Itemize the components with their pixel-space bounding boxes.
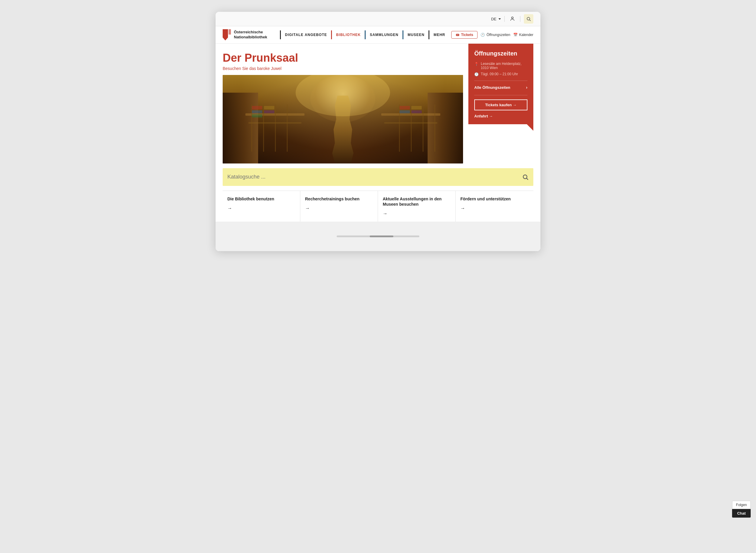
quick-links: Die Bibliothek benutzen → Recherchetrain…	[223, 190, 533, 222]
oh-divider	[474, 81, 528, 81]
oh-location: 📍 Lesesäle am Heldenplatz, 1010 Wien	[474, 62, 528, 70]
nav-item-sammlungen[interactable]: SAMMLUNGEN	[365, 30, 403, 39]
logo-text: Österreichische Nationalbibliothek	[234, 30, 267, 40]
opening-hours-panel: Öffnungszeiten 📍 Lesesäle am Heldenplatz…	[468, 44, 533, 124]
top-bar: DE	[216, 12, 540, 26]
arrow-icon: →	[227, 206, 295, 211]
hero-left: Der Prunksaal Besuchen Sie das baroke Ju…	[223, 44, 463, 163]
nav-item-mehr[interactable]: MEHR	[428, 30, 449, 39]
chat-button[interactable]: Chat	[732, 509, 751, 518]
quick-link-title: Aktuelle Ausstellungen in den Museen bes…	[383, 196, 451, 207]
hero-section: Der Prunksaal Besuchen Sie das baroke Ju…	[216, 44, 540, 163]
hero-image	[223, 75, 463, 163]
kalender-link[interactable]: 📅 Kalender	[513, 33, 533, 37]
header-actions: 🎟 Tickets 🕐 Öffnungszeiten 📅 Kalender	[451, 31, 533, 38]
hero-title: Der Prunksaal	[223, 52, 463, 64]
svg-marker-4	[223, 37, 228, 41]
main-nav: DIGITALE ANGEBOTE BIBLIOTHEK SAMMLUNGEN …	[280, 30, 451, 39]
nav-item-bibliothek[interactable]: BIBLIOTHEK	[331, 30, 365, 39]
bottom-scroll-area	[216, 222, 540, 251]
search-submit-button[interactable]	[522, 174, 529, 180]
logo-area: Österreichische Nationalbibliothek	[223, 29, 273, 41]
header: Österreichische Nationalbibliothek DIGIT…	[216, 26, 540, 44]
oh-divider2	[474, 95, 528, 95]
ticket-icon: 🎟	[456, 33, 459, 37]
arrow-icon: →	[460, 206, 529, 211]
svg-rect-5	[228, 29, 231, 34]
quick-link-item[interactable]: Aktuelle Ausstellungen in den Museen bes…	[378, 191, 456, 222]
logo-icon	[223, 29, 231, 41]
browser-frame: DE	[216, 12, 540, 251]
calendar-icon: 📅	[513, 33, 518, 37]
search-button-top[interactable]	[524, 14, 533, 24]
quick-link-item[interactable]: Recherchetrainings buchen →	[300, 191, 378, 222]
bookshelf-right	[428, 93, 463, 163]
divider	[504, 16, 505, 22]
oh-all-link[interactable]: Alle Öffnungszeiten ›	[474, 85, 528, 90]
scroll-bar-track[interactable]	[337, 235, 419, 237]
arrow-icon: →	[305, 206, 373, 211]
chevron-down-icon	[498, 18, 501, 20]
tickets-buy-button[interactable]: Tickets kaufen →	[474, 99, 528, 110]
clock-icon: 🕐	[480, 33, 485, 37]
quick-link-item[interactable]: Fördern und unterstützen →	[456, 191, 533, 222]
oeffnungszeiten-link[interactable]: 🕐 Öffnungszeiten	[480, 33, 510, 37]
svg-point-28	[523, 175, 527, 178]
oh-time: 🕐 Tägl. 09:00 – 21:00 Uhr	[474, 72, 528, 76]
main-content: Der Prunksaal Besuchen Sie das baroke Ju…	[216, 44, 540, 222]
bookshelf-left	[223, 93, 258, 163]
language-selector[interactable]: DE	[491, 17, 501, 21]
arrow-icon: →	[383, 211, 451, 216]
hero-subtitle: Besuchen Sie das baroke Juwel	[223, 66, 463, 71]
search-input[interactable]	[227, 174, 522, 180]
svg-point-0	[511, 17, 513, 19]
quick-link-title: Fördern und unterstützen	[460, 196, 529, 202]
language-label: DE	[491, 17, 496, 21]
user-icon[interactable]	[508, 15, 517, 23]
svg-rect-3	[223, 29, 228, 37]
folgen-button[interactable]: Folgen	[732, 501, 751, 509]
quick-link-item[interactable]: Die Bibliothek benutzen →	[223, 191, 300, 222]
nav-item-museen[interactable]: MUSEEN	[403, 30, 428, 39]
svg-point-1	[527, 17, 530, 20]
svg-line-2	[530, 20, 531, 21]
svg-line-29	[527, 178, 528, 180]
clock-small-icon: 🕐	[474, 72, 479, 76]
floating-buttons: Folgen Chat	[732, 501, 751, 518]
anfahrt-link[interactable]: Anfahrt →	[474, 114, 528, 118]
quick-link-title: Recherchetrainings buchen	[305, 196, 373, 202]
scroll-bar-thumb[interactable]	[370, 235, 393, 237]
search-bar-wrap	[223, 168, 533, 186]
hero-image-inner	[223, 75, 463, 163]
hero-right: Öffnungszeiten 📍 Lesesäle am Heldenplatz…	[468, 44, 533, 124]
location-icon: 📍	[474, 62, 479, 66]
search-bar-section	[216, 168, 540, 186]
nav-item-digitale[interactable]: DIGITALE ANGEBOTE	[280, 30, 331, 39]
chevron-right-icon: ›	[526, 85, 528, 90]
oh-title: Öffnungszeiten	[474, 50, 528, 57]
quick-link-title: Die Bibliothek benutzen	[227, 196, 295, 202]
tickets-button[interactable]: 🎟 Tickets	[451, 31, 478, 38]
